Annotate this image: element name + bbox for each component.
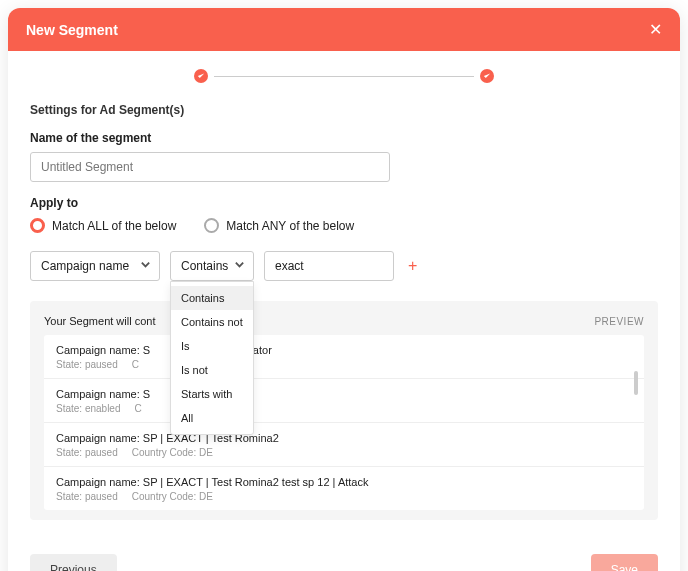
- list-item: Campaign name: SP | EXACT | Test Romina2…: [44, 423, 644, 467]
- rule-row: Campaign name Contains + Contains Contai…: [30, 251, 658, 281]
- modal-header: New Segment ✕: [8, 8, 680, 51]
- modal-body: Settings for Ad Segment(s) Name of the s…: [8, 93, 680, 538]
- result-name: Campaign name: SP | EXACT | Test Romina2: [56, 432, 632, 444]
- radio-icon: [204, 218, 219, 233]
- radio-match-all[interactable]: Match ALL of the below: [30, 218, 176, 233]
- rule-operator-value: Contains: [181, 259, 228, 273]
- result-name: Campaign name: Sxxxxxxxxxxpaign Creator: [56, 344, 632, 356]
- result-meta: State: pausedCountry Code: DE: [56, 447, 632, 458]
- step-connector: [214, 76, 474, 77]
- preview-title: Your Segment will cont: [44, 315, 156, 327]
- dropdown-item[interactable]: All: [171, 406, 253, 430]
- list-item: Campaign name: SP | EXACT | Test Romina2…: [44, 467, 644, 510]
- dropdown-item[interactable]: Contains not: [171, 310, 253, 334]
- list-item: Campaign name: Sxxxxxxxxxxpaign Creator …: [44, 335, 644, 379]
- scrollbar[interactable]: [634, 371, 638, 395]
- applyto-options: Match ALL of the below Match ANY of the …: [30, 218, 658, 233]
- new-segment-modal: New Segment ✕ Settings for Ad Segment(s)…: [8, 8, 680, 571]
- previous-button[interactable]: Previous: [30, 554, 117, 571]
- stepper: [8, 51, 680, 93]
- radio-label: Match ALL of the below: [52, 219, 176, 233]
- modal-footer: Previous Save: [8, 538, 680, 571]
- name-label: Name of the segment: [30, 131, 658, 145]
- rule-field-select[interactable]: Campaign name: [30, 251, 160, 281]
- chevron-down-icon: [140, 259, 151, 273]
- dropdown-item[interactable]: Contains: [171, 286, 253, 310]
- preview-panel: Your Segment will cont PREVIEW Campaign …: [30, 301, 658, 520]
- rule-value-input[interactable]: [264, 251, 394, 281]
- modal-title: New Segment: [26, 22, 118, 38]
- section-title: Settings for Ad Segment(s): [30, 103, 658, 117]
- radio-match-any[interactable]: Match ANY of the below: [204, 218, 354, 233]
- dropdown-item[interactable]: Is: [171, 334, 253, 358]
- applyto-label: Apply to: [30, 196, 658, 210]
- dropdown-item[interactable]: Starts with: [171, 382, 253, 406]
- dropdown-item[interactable]: Is not: [171, 358, 253, 382]
- preview-link[interactable]: PREVIEW: [594, 316, 644, 327]
- operator-dropdown: Contains Contains not Is Is not Starts w…: [170, 281, 254, 435]
- chevron-down-icon: [234, 259, 245, 273]
- close-icon[interactable]: ✕: [649, 20, 662, 39]
- result-meta: State: enabledC: [56, 403, 632, 414]
- add-rule-button[interactable]: +: [404, 257, 421, 275]
- result-meta: State: pausedC: [56, 359, 632, 370]
- result-meta: State: pausedCountry Code: DE: [56, 491, 632, 502]
- step-2-dot: [480, 69, 494, 83]
- rule-field-value: Campaign name: [41, 259, 129, 273]
- result-name: Campaign name: SP | EXACT | Test Romina2…: [56, 476, 632, 488]
- preview-results: Campaign name: Sxxxxxxxxxxpaign Creator …: [44, 335, 644, 510]
- rule-operator-select[interactable]: Contains: [170, 251, 254, 281]
- radio-label: Match ANY of the below: [226, 219, 354, 233]
- list-item: Campaign name: Sxxxxxxxxxxegmente State:…: [44, 379, 644, 423]
- result-name: Campaign name: Sxxxxxxxxxxegmente: [56, 388, 632, 400]
- radio-icon: [30, 218, 45, 233]
- step-1-dot: [194, 69, 208, 83]
- segment-name-input[interactable]: [30, 152, 390, 182]
- save-button[interactable]: Save: [591, 554, 658, 571]
